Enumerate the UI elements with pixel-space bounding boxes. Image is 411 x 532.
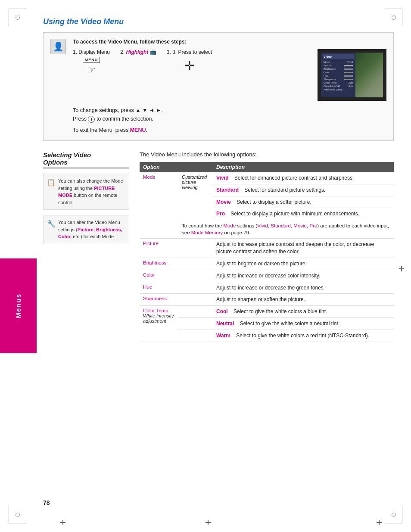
steps-row: 1. Display Menu MENU ☞ 2. Highlight 📺 [73, 49, 386, 101]
dpad-icon: ✛ [184, 59, 194, 73]
settings-instructions: To change settings, press ▲ ▼ ◄ ►. Press… [73, 106, 386, 134]
screen-menu-panel: Video ModeVivid Picture Brightness Color… [321, 53, 355, 97]
step3: 3. 3. Press to select ✛ [167, 49, 212, 73]
table-row: Sharpness Adjust to sharpen or soften th… [140, 294, 394, 306]
press-label: Press [73, 116, 88, 122]
tip1-icon: 📋 [47, 177, 56, 188]
left-column: Selecting VideoOptions 📋 You can also ch… [43, 151, 129, 249]
hand-press-icon: ☞ [87, 65, 96, 76]
menu-exit-label: MENU [130, 127, 146, 133]
col-desc: Description [213, 162, 394, 172]
screen-item-picture: Picture [323, 64, 354, 67]
instruction-header: To access the Video Menu, follow these s… [73, 39, 386, 45]
main-content: Using the Video Menu 👤 To access the Vid… [43, 17, 394, 506]
mode-note: To control how the Mode settings (Vivid,… [178, 220, 394, 239]
neutral-sub [178, 317, 213, 330]
corner-mark-bl [9, 506, 26, 523]
warm-desc: Warm Select to give the white colors a r… [213, 330, 394, 342]
step1: 1. Display Menu MENU ☞ [73, 49, 110, 76]
hue-sub [178, 282, 213, 294]
table-row: Color Temp. White intensity adjustment C… [140, 306, 394, 318]
table-header-row: Option Description [140, 162, 394, 172]
cool-desc: Cool Select to give the white colors a b… [213, 306, 394, 318]
color-desc: Adjust to increase or decrease color int… [213, 270, 394, 282]
movie-row: Movie Select to display a softer picture… [213, 196, 394, 208]
screen-item-hue: Hue [323, 74, 354, 78]
sidebar-label: Menus [15, 293, 22, 318]
corner-mark-tl [9, 9, 26, 26]
step2-text: 2. [120, 49, 126, 55]
sharpness-desc: Adjust to sharpen or soften the picture. [213, 294, 394, 306]
section1-title: Using the Video Menu [43, 17, 394, 26]
section2-title: Selecting VideoOptions [43, 151, 129, 168]
option-brightness: Brightness [140, 258, 178, 270]
pro-row: Pro Select to display a picture with min… [213, 208, 394, 220]
corner-mark-br [385, 506, 402, 523]
step2-label: 2. Highlight 📺 [120, 49, 156, 55]
tip2-icon-area: 🔧 You can alter the Video Menu settings … [47, 219, 125, 240]
instruction-box: 👤 To access the Video Menu, follow these… [43, 32, 394, 141]
person-icon: 👤 [50, 39, 66, 54]
menu-text: MENU [83, 57, 100, 63]
screen-item-mode: ModeVivid [323, 60, 354, 64]
screen-item-brightness: Brightness [323, 67, 354, 71]
screen-item-color: Color [323, 71, 354, 74]
sidebar-menus: Menus [0, 258, 37, 353]
brightness-link: Brightness, [96, 227, 122, 232]
instruction-steps-area: To access the Video Menu, follow these s… [73, 39, 386, 134]
page-number: 78 [43, 499, 50, 506]
screen-background-image [355, 53, 383, 97]
table-row: Brightness Adjust to brighten or darken … [140, 258, 394, 270]
table-row: Hue Adjust to increase or decrease the g… [140, 282, 394, 294]
table-row: Picture Adjust to increase picture contr… [140, 239, 394, 258]
right-column: The Video Menu includes the following op… [140, 151, 394, 342]
mode-sub-label: Customized picture viewing [178, 172, 213, 220]
hue-desc: Adjust to increase or decrease the green… [213, 282, 394, 294]
step2-highlight: Highlight [126, 49, 148, 55]
screen-item-clearedge: ClearEdge VRHigh [323, 84, 354, 88]
step3-label: 3. 3. Press to select [167, 49, 212, 55]
option-colortemp: Color Temp. White intensity adjustment [140, 306, 178, 342]
step2: 2. Highlight 📺 [120, 49, 156, 55]
option-color: Color [140, 270, 178, 282]
screen-item-advvideo: Advanced Video [323, 88, 354, 91]
option-picture: Picture [140, 239, 178, 258]
brightness-desc: Adjust to brighten or darken the picture… [213, 258, 394, 270]
table-row: Mode Customized picture viewing Vivid Se… [140, 172, 394, 184]
step2-icon-placeholder: 📺 [150, 49, 156, 55]
screen-menu-title: Video [323, 54, 354, 59]
section-using-video-menu: Using the Video Menu 👤 To access the Vid… [43, 17, 394, 141]
sharpness-sub [178, 294, 213, 306]
table-row: Color Adjust to increase or decrease col… [140, 270, 394, 282]
confirm-button-icon: + [88, 116, 95, 123]
tip2-content: You can alter the Video Menu settings (P… [58, 219, 125, 240]
warm-sub [178, 330, 213, 342]
neutral-desc: Neutral Select to give the white colors … [213, 317, 394, 330]
confirm-text: to confirm the selection. [97, 116, 153, 122]
instruction-icon-area: 👤 [50, 39, 66, 54]
picture-link: Picture, [78, 227, 95, 232]
screen-inner: Video ModeVivid Picture Brightness Color… [321, 53, 383, 97]
step1-label: 1. Display Menu [73, 49, 110, 55]
tip1-content: You can also change the Mode setting usi… [58, 177, 125, 206]
settings-line2: Press + to confirm the selection. [73, 115, 386, 123]
screen-item-colortemp: Color TempCool [323, 81, 354, 84]
picture-mode-link: PICTURE MODE [58, 186, 115, 198]
screen-preview: Video ModeVivid Picture Brightness Color… [318, 49, 386, 101]
two-col-section: Selecting VideoOptions 📋 You can also ch… [43, 151, 394, 342]
col-sub [178, 162, 213, 172]
tip-box-2: 🔧 You can alter the Video Menu settings … [43, 215, 129, 244]
standard-row: Standard Select for standard picture set… [213, 184, 394, 196]
cool-sub [178, 306, 213, 318]
option-sharpness: Sharpness [140, 294, 178, 306]
brightness-sub [178, 258, 213, 270]
tip2-icon: 🔧 [47, 219, 56, 229]
menu-button-icon: MENU ☞ [83, 57, 100, 76]
color-sub [178, 270, 213, 282]
picture-desc: Adjust to increase picture contrast and … [213, 239, 394, 258]
col-option: Option [140, 162, 178, 172]
option-hue: Hue [140, 282, 178, 294]
screen-item-sharpness: Sharpness [323, 78, 354, 81]
tip1-icon-area: 📋 You can also change the Mode setting u… [47, 177, 125, 206]
settings-line1: To change settings, press ▲ ▼ ◄ ►. [73, 106, 386, 115]
